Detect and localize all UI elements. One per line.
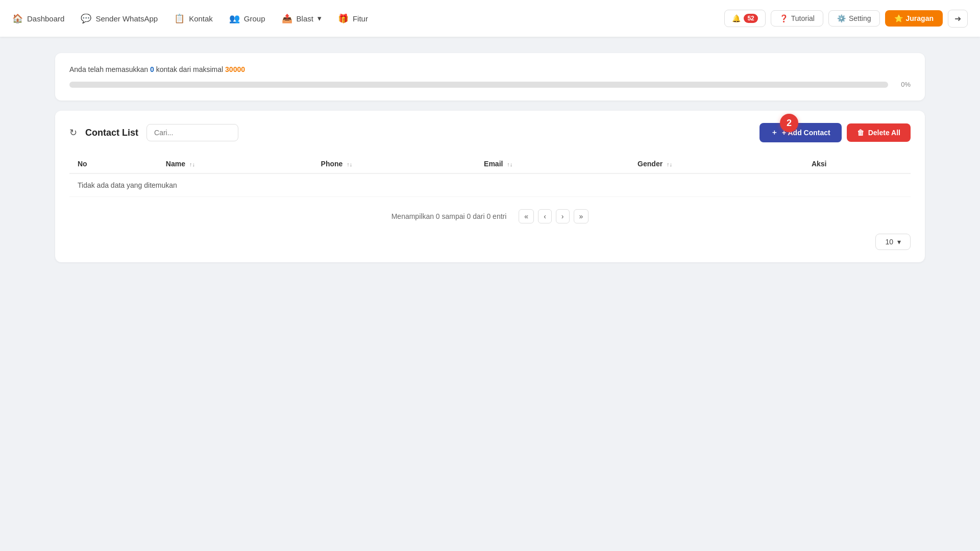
refresh-button[interactable]: ↻ [69, 127, 77, 138]
setting-label: Setting [849, 14, 871, 22]
email-sort-icon: ↑↓ [507, 161, 512, 167]
tutorial-button[interactable]: ❓ Tutorial [771, 10, 823, 27]
tutorial-label: Tutorial [791, 14, 815, 22]
add-contact-button[interactable]: ＋ + Add Contact [760, 123, 842, 142]
progress-bar-wrap: 0% [69, 81, 911, 88]
per-page-select[interactable]: 10 ▾ [875, 234, 911, 250]
pagination-info: Menampilkan 0 sampai 0 dari 0 entri [391, 212, 507, 220]
nav-right: 🔔 52 ❓ Tutorial ⚙️ Setting ⭐ Juragan ➜ [724, 10, 968, 28]
no-data-row: Tidak ada data yang ditemukan [69, 173, 911, 197]
col-email[interactable]: Email ↑↓ [476, 155, 629, 173]
col-gender[interactable]: Gender ↑↓ [629, 155, 803, 173]
juragan-button[interactable]: ⭐ Juragan [885, 10, 943, 27]
logout-button[interactable]: ➜ [948, 10, 968, 28]
col-gender-label: Gender [638, 160, 663, 168]
nav-fitur-label: Fitur [353, 14, 368, 23]
col-name[interactable]: Name ↑↓ [158, 155, 313, 173]
blast-chevron-icon: ▾ [317, 14, 322, 23]
gender-sort-icon: ↑↓ [667, 161, 672, 167]
nav-dashboard-label: Dashboard [27, 14, 64, 23]
nav-sender-whatsapp[interactable]: 💬 Sender WhatsApp [81, 11, 158, 26]
nav-blast[interactable]: 📤 Blast ▾ [282, 11, 322, 26]
main-content: Anda telah memasukkan 0 kontak dari maks… [0, 37, 980, 279]
table-body: Tidak ada data yang ditemukan [69, 173, 911, 197]
juragan-label: Juragan [906, 14, 934, 22]
contact-list-card: ↻ Contact List 2 ＋ + Add Contact 🗑 Delet… [55, 111, 925, 262]
plus-icon: ＋ [771, 128, 778, 137]
step-badge: 2 [780, 114, 798, 132]
col-phone[interactable]: Phone ↑↓ [313, 155, 476, 173]
fitur-icon: 🎁 [338, 13, 349, 24]
first-page-button[interactable]: « [519, 209, 534, 223]
logout-icon: ➜ [954, 14, 961, 23]
nav-left: 🏠 Dashboard 💬 Sender WhatsApp 📋 Kontak 👥… [12, 11, 724, 26]
contact-list-title: Contact List [85, 128, 138, 138]
col-phone-label: Phone [321, 160, 343, 168]
quota-current: 0 [150, 65, 154, 73]
quota-text: Anda telah memasukkan 0 kontak dari maks… [69, 65, 911, 73]
progress-bar-bg [69, 82, 888, 88]
bell-icon: 🔔 [732, 14, 741, 22]
col-email-label: Email [484, 160, 503, 168]
setting-button[interactable]: ⚙️ Setting [828, 10, 880, 27]
next-page-button[interactable]: › [556, 209, 570, 223]
contact-header: ↻ Contact List 2 ＋ + Add Contact 🗑 Delet… [69, 123, 911, 142]
no-data-text: Tidak ada data yang ditemukan [69, 173, 911, 197]
nav-group-label: Group [244, 14, 265, 23]
quota-middle: kontak dari maksimal [154, 65, 225, 73]
gear-icon: ⚙️ [837, 14, 846, 22]
col-aksi-label: Aksi [812, 160, 827, 168]
nav-kontak[interactable]: 📋 Kontak [174, 11, 213, 26]
col-name-label: Name [166, 160, 185, 168]
notification-badge: 52 [744, 14, 757, 23]
contact-table: No Name ↑↓ Phone ↑↓ Email ↑↓ [69, 155, 911, 197]
table-header-row: No Name ↑↓ Phone ↑↓ Email ↑↓ [69, 155, 911, 173]
phone-sort-icon: ↑↓ [347, 161, 352, 167]
col-no: No [69, 155, 158, 173]
home-icon: 🏠 [12, 13, 23, 24]
pagination-row: Menampilkan 0 sampai 0 dari 0 entri « ‹ … [69, 209, 911, 223]
per-page-chevron-icon: ▾ [897, 238, 901, 246]
per-page-value: 10 [885, 238, 893, 246]
blast-icon: 📤 [282, 13, 292, 24]
nav-blast-label: Blast [297, 14, 313, 23]
nav-group[interactable]: 👥 Group [229, 11, 265, 26]
contact-icon: 📋 [174, 13, 185, 24]
nav-dashboard[interactable]: 🏠 Dashboard [12, 11, 64, 26]
star-icon: ⭐ [894, 14, 903, 22]
search-input[interactable] [146, 124, 238, 141]
trash-icon: 🗑 [857, 129, 864, 137]
notification-button[interactable]: 🔔 52 [724, 10, 765, 27]
quota-card: Anda telah memasukkan 0 kontak dari maks… [55, 53, 925, 101]
last-page-button[interactable]: » [574, 209, 589, 223]
per-page-wrap: 10 ▾ [69, 234, 911, 250]
header-actions: 2 ＋ + Add Contact 🗑 Delete All [760, 123, 911, 142]
progress-percent: 0% [894, 81, 911, 88]
col-no-label: No [78, 160, 87, 168]
navbar: 🏠 Dashboard 💬 Sender WhatsApp 📋 Kontak 👥… [0, 0, 980, 37]
name-sort-icon: ↑↓ [189, 161, 195, 167]
quota-prefix: Anda telah memasukkan [69, 65, 150, 73]
whatsapp-icon: 💬 [81, 13, 91, 24]
tutorial-icon: ❓ [779, 14, 788, 22]
delete-all-button[interactable]: 🗑 Delete All [847, 123, 911, 142]
delete-all-label: Delete All [868, 129, 900, 137]
col-aksi: Aksi [803, 155, 911, 173]
nav-kontak-label: Kontak [189, 14, 213, 23]
prev-page-button[interactable]: ‹ [538, 209, 552, 223]
nav-fitur[interactable]: 🎁 Fitur [338, 11, 368, 26]
group-icon: 👥 [229, 13, 240, 24]
quota-max: 30000 [225, 65, 245, 73]
nav-sender-whatsapp-label: Sender WhatsApp [95, 14, 158, 23]
